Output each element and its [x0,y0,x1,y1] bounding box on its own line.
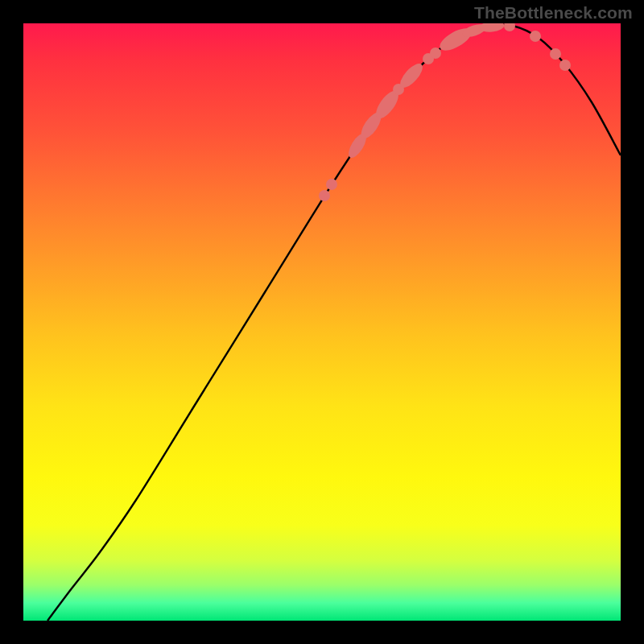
data-marker [319,190,330,201]
data-marker [504,23,515,31]
data-marker [559,60,571,71]
chart-container: TheBottleneck.com [0,0,644,644]
data-marker [530,31,541,42]
data-marker [397,60,427,91]
data-marker [550,48,561,60]
watermark-text: TheBottleneck.com [474,3,633,23]
curve-path [47,24,621,621]
data-marker [326,179,337,190]
data-marker [430,47,441,59]
plot-area [23,23,621,621]
chart-svg [23,23,621,621]
data-markers [319,23,571,201]
curve-line [47,24,621,621]
